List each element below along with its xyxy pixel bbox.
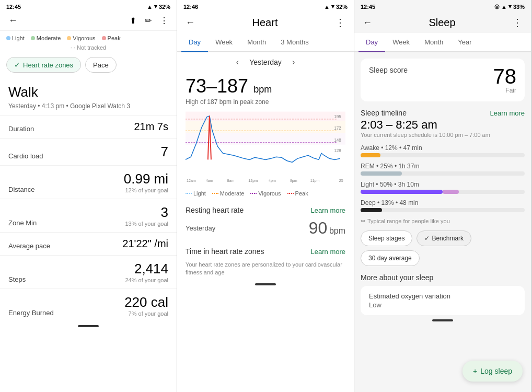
stage-awake-bar — [361, 153, 525, 157]
time-1: 12:45 — [6, 4, 21, 10]
timeline-learn-more[interactable]: Learn more — [490, 109, 525, 117]
sleep-score-number: 78 — [493, 66, 517, 87]
stat-distance-label: Distance — [8, 186, 35, 193]
svg-text:12pm: 12pm — [248, 179, 258, 183]
zone-buttons-row: ✓ Heart rate zones Pace — [0, 54, 177, 78]
cardio-main: 7 — [161, 144, 168, 160]
tab-week-sleep[interactable]: Week — [385, 33, 417, 52]
distance-sub: 12% of your goal — [124, 187, 168, 193]
back-button[interactable]: ← — [8, 15, 18, 26]
stage-awake: Awake • 12% • 47 min — [354, 142, 531, 160]
resting-bpm-value: 90 — [309, 218, 328, 237]
tab-month-sleep[interactable]: Month — [417, 33, 450, 52]
light-dot — [6, 36, 10, 40]
stage-rem-fill — [361, 171, 402, 176]
resting-label: Yesterday — [186, 224, 215, 232]
more-icon[interactable]: ⋮ — [160, 16, 168, 26]
zone-sub: 13% of your goal — [125, 221, 168, 227]
tab-day-heart[interactable]: Day — [181, 33, 208, 52]
tab-week-heart[interactable]: Week — [208, 33, 240, 52]
vigorous-dot — [67, 36, 71, 40]
svg-text:172: 172 — [334, 126, 341, 131]
30-day-avg-btn[interactable]: 30 day average — [361, 250, 420, 266]
stage-rem: REM • 25% • 1h 37m — [354, 160, 531, 179]
stat-steps-label: Steps — [8, 275, 26, 283]
sleep-stages-btn[interactable]: Sleep stages — [361, 230, 412, 246]
svg-text:128: 128 — [334, 148, 341, 153]
location-icon: ◎ — [494, 3, 500, 10]
tab-year-sleep[interactable]: Year — [450, 33, 479, 52]
wifi-icon-3: ▾ — [508, 3, 512, 10]
stage-deep-fill — [361, 208, 382, 212]
stat-energy: Energy Burned 220 cal 7% of your goal — [0, 289, 177, 322]
activity-subtitle: Yesterday • 4:13 pm • Google Pixel Watch… — [0, 101, 177, 115]
chart-zone-legend: Light Moderate Vigorous Peak — [177, 188, 354, 201]
check-icon: ✓ — [14, 61, 20, 69]
tab-3months-heart[interactable]: 3 Months — [273, 33, 316, 52]
heart-title: Heart — [252, 17, 278, 29]
cl-peak-dash — [287, 193, 294, 194]
zone-legend: Light Moderate Vigorous Peak · · Not tra… — [0, 31, 177, 54]
battery-2: 32% — [336, 4, 348, 10]
edit-icon[interactable]: ✏ — [145, 16, 152, 26]
cl-vig-dash — [250, 193, 257, 194]
legend-moderate-label: Moderate — [37, 35, 61, 41]
stage-rem-label: REM • 25% • 1h 37m — [361, 163, 525, 170]
typical-range-note: ⇔ Typical range for people like you — [354, 215, 531, 227]
bpm-unit: bpm — [253, 84, 272, 95]
svg-rect-2 — [186, 133, 345, 144]
sleep-score-row: Sleep score 78 Fair — [369, 66, 516, 94]
benchmark-btn[interactable]: ✓ Benchmark — [417, 230, 471, 246]
stage-rem-bar — [361, 171, 525, 176]
resting-value-display: 90 bpm — [309, 218, 345, 238]
stage-light-bar — [361, 190, 525, 194]
time-3: 12:45 — [361, 4, 375, 10]
back-button-3[interactable]: ← — [363, 17, 372, 28]
legend-vigorous-label: Vigorous — [73, 35, 95, 41]
stat-zone-min: Zone Min 3 13% of your goal — [0, 199, 177, 232]
tab-month-heart[interactable]: Month — [240, 33, 273, 52]
date-navigation: ‹ Yesterday › — [177, 52, 354, 72]
energy-sub: 7% of your goal — [124, 310, 168, 317]
panel-heart: 12:46 ▲ ▾ 32% ← Heart ⋮ Day Week Month 3… — [177, 0, 354, 392]
zones-learn-more[interactable]: Learn more — [311, 248, 345, 256]
p1-action-icons: ⬆ ✏ ⋮ — [130, 16, 168, 26]
stat-duration: Duration 21m 7s — [0, 115, 177, 138]
status-bar-2: 12:46 ▲ ▾ 32% — [177, 0, 354, 12]
stat-duration-label: Duration — [8, 125, 34, 133]
tab-day-sleep[interactable]: Day — [358, 33, 385, 52]
peak-dot — [102, 36, 106, 40]
legend-peak: Peak — [102, 35, 121, 41]
cl-peak-label: Peak — [295, 190, 308, 197]
nav-indicator-3 — [432, 319, 453, 321]
timeline-title: Sleep timeline — [361, 109, 407, 117]
cl-vigorous: Vigorous — [250, 190, 281, 197]
zone-main: 3 — [125, 204, 168, 221]
prev-date-button[interactable]: ‹ — [236, 57, 239, 67]
wifi-icon-2: ▾ — [331, 3, 334, 10]
p3-nav-header: ← Sleep ⋮ — [354, 12, 531, 33]
battery-3: 33% — [513, 4, 525, 10]
log-sleep-label: Log sleep — [480, 367, 512, 375]
resting-title: Resting heart rate — [186, 206, 244, 214]
status-icons-1: ▲ ▾ 32% — [147, 3, 170, 10]
more-icon-2[interactable]: ⋮ — [335, 16, 345, 29]
log-sleep-button[interactable]: + Log sleep — [462, 361, 523, 382]
next-date-button[interactable]: › — [292, 57, 295, 67]
back-button-2[interactable]: ← — [186, 17, 195, 28]
cl-peak: Peak — [287, 190, 308, 197]
heart-rate-zones-button[interactable]: ✓ Heart rate zones — [6, 57, 81, 73]
share-icon[interactable]: ⬆ — [130, 16, 136, 26]
stat-cardio: Cardio load 7 — [0, 138, 177, 165]
bpm-range-display: 73–187 bpm — [177, 72, 354, 98]
more-icon-3[interactable]: ⋮ — [512, 16, 523, 29]
signal-icon-3: ▲ — [501, 4, 507, 10]
resting-learn-more[interactable]: Learn more — [311, 206, 345, 214]
stage-light-label: Light • 50% • 3h 10m — [361, 181, 525, 188]
resting-hr-section: Resting heart rate Learn more — [177, 201, 354, 216]
svg-text:4pm: 4pm — [269, 179, 276, 183]
resting-bpm-unit: bpm — [329, 226, 345, 235]
pace-button[interactable]: Pace — [85, 57, 117, 73]
sleep-time-range: 2:03 – 8:25 am — [354, 118, 531, 132]
heart-chart-svg: 195 172 148 128 12am 4am 8am 12pm 4pm 8p… — [186, 110, 345, 188]
